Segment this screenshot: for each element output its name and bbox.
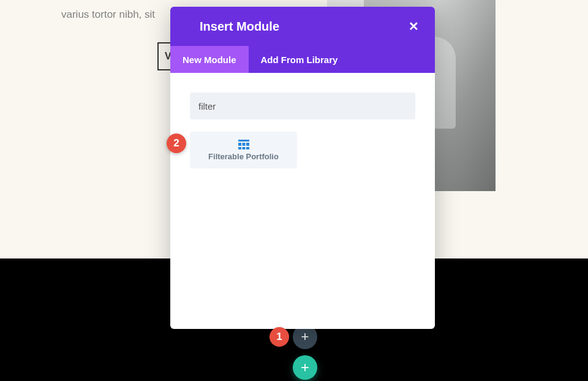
svg-rect-3 [246,143,249,146]
modal-tabs: New Module Add From Library [170,46,435,73]
close-icon: ✕ [409,20,419,33]
module-grid: Filterable Portfolio [190,132,415,168]
close-button[interactable]: ✕ [409,19,419,34]
svg-rect-5 [242,147,245,149]
add-section-button[interactable]: + [293,355,317,380]
plus-icon: + [301,329,309,345]
modal-body: Filterable Portfolio [170,73,435,329]
plus-icon: + [301,359,309,376]
module-search-input[interactable] [190,92,415,119]
svg-rect-0 [238,140,249,141]
svg-rect-1 [238,143,241,146]
tab-new-module[interactable]: New Module [170,46,249,73]
svg-rect-2 [242,143,245,146]
insert-module-modal: Insert Module ✕ New Module Add From Libr… [170,7,435,329]
portfolio-grid-icon [238,140,249,149]
module-label: Filterable Portfolio [208,152,279,161]
modal-title: Insert Module [200,20,279,34]
annotation-marker-2: 2 [167,134,186,153]
svg-rect-6 [246,147,249,149]
annotation-marker-1: 1 [270,327,289,347]
svg-rect-4 [238,147,241,149]
page-body-text: varius tortor nibh, sit [61,9,155,21]
module-filterable-portfolio[interactable]: Filterable Portfolio [190,132,297,168]
modal-header: Insert Module ✕ [170,7,435,46]
tab-add-from-library[interactable]: Add From Library [249,46,350,73]
